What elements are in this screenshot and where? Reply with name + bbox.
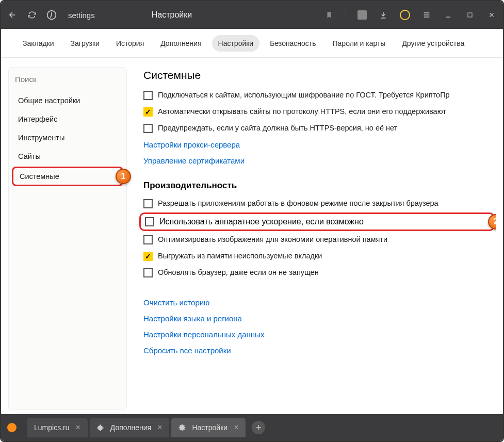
minimize-icon[interactable] [443, 10, 453, 20]
tab-settings[interactable]: Настройки × [171, 418, 246, 437]
sidebar-item-sites[interactable]: Сайты [9, 147, 126, 166]
settings-sidebar: Общие настройки Интерфейс Инструменты Са… [8, 67, 127, 410]
checkbox-label: Оптимизировать изображения для экономии … [158, 235, 387, 243]
nav-history[interactable]: История [110, 35, 150, 52]
link-personal-data[interactable]: Настройки персональных данных [143, 330, 491, 339]
maximize-icon[interactable] [465, 10, 475, 20]
checkbox-unload-tabs[interactable] [143, 252, 153, 261]
checkbox-background[interactable] [143, 199, 153, 208]
tab-close-icon[interactable]: × [234, 423, 238, 432]
sidebar-item-general[interactable]: Общие настройки [9, 91, 126, 110]
link-certs[interactable]: Управление сертификатами [143, 156, 491, 165]
checkbox-https-warn[interactable] [143, 124, 153, 133]
checkbox-label: Автоматически открывать сайты по протоко… [158, 107, 446, 116]
tab-title: Настройки [152, 10, 192, 20]
link-clear-history[interactable]: Очистить историю [143, 298, 491, 307]
nav-downloads[interactable]: Загрузки [64, 35, 106, 52]
search-input[interactable] [15, 75, 120, 84]
download-icon[interactable] [378, 10, 388, 20]
checkbox-update[interactable] [143, 268, 153, 277]
checkbox-label: Разрешать приложениям работать в фоновом… [158, 199, 438, 207]
link-proxy[interactable]: Настройки прокси-сервера [143, 140, 491, 149]
sidebar-item-label: Системные [20, 172, 59, 181]
new-tab-button[interactable]: + [252, 421, 265, 434]
close-icon[interactable] [486, 10, 497, 20]
section-title-system: Системные [143, 69, 491, 81]
yandex-ring-icon[interactable] [400, 10, 410, 20]
puzzle-icon [97, 424, 104, 431]
reload-icon[interactable] [27, 10, 37, 20]
gear-icon [178, 424, 186, 431]
settings-main: Системные Подключаться к сайтам, использ… [136, 67, 496, 410]
checkbox-https-auto[interactable] [143, 107, 153, 117]
tab-close-icon[interactable]: × [157, 423, 162, 432]
menu-icon[interactable] [421, 10, 432, 20]
highlighted-hw-accel: Использовать аппаратное ускорение, если … [139, 212, 495, 231]
back-icon[interactable] [7, 10, 18, 20]
avatar-icon[interactable] [357, 10, 367, 20]
checkbox-gost[interactable] [143, 91, 153, 100]
tab-lumpics[interactable]: Lumpics.ru × [27, 418, 88, 437]
titlebar: settings Настройки [1, 1, 503, 29]
checkbox-optimize-img[interactable] [143, 235, 153, 244]
settings-navbar: Закладки Загрузки История Дополнения Нас… [1, 29, 503, 58]
section-title-performance: Производительность [143, 181, 491, 191]
nav-security[interactable]: Безопасность [264, 35, 322, 52]
nav-bookmarks[interactable]: Закладки [17, 35, 60, 52]
home-icon[interactable] [7, 423, 17, 432]
tab-label: Настройки [192, 423, 227, 432]
nav-passwords[interactable]: Пароли и карты [327, 35, 392, 52]
sidebar-item-system[interactable]: Системные 1 [12, 167, 123, 186]
checkbox-label: Обновлять браузер, даже если он не запущ… [158, 268, 319, 276]
checkbox-label: Подключаться к сайтам, использующим шифр… [158, 91, 450, 99]
annotation-badge-2: 2 [488, 214, 496, 230]
sidebar-item-interface[interactable]: Интерфейс [9, 110, 126, 128]
checkbox-label: Использовать аппаратное ускорение, если … [159, 217, 364, 226]
tab-addons[interactable]: Дополнения × [90, 418, 170, 437]
separator [346, 10, 346, 20]
checkbox-label: Предупреждать, если у сайта должна быть … [158, 124, 397, 132]
nav-settings[interactable]: Настройки [212, 35, 260, 52]
link-reset[interactable]: Сбросить все настройки [143, 346, 491, 355]
tab-label: Lumpics.ru [34, 423, 69, 432]
nav-devices[interactable]: Другие устройства [396, 35, 470, 52]
bottom-tab-bar: Lumpics.ru × Дополнения × Настройки × + [1, 414, 503, 441]
svg-rect-1 [468, 13, 472, 17]
tab-label: Дополнения [110, 423, 151, 432]
yandex-logo-icon[interactable] [46, 10, 57, 20]
checkbox-hw-accel[interactable] [145, 217, 154, 226]
sidebar-item-tools[interactable]: Инструменты [9, 128, 126, 147]
address-text[interactable]: settings [68, 11, 95, 20]
nav-addons[interactable]: Дополнения [154, 35, 207, 52]
bookmark-icon[interactable] [324, 10, 334, 20]
annotation-badge-1: 1 [116, 169, 131, 184]
tab-close-icon[interactable]: × [75, 423, 80, 432]
link-language[interactable]: Настройки языка и региона [143, 314, 491, 323]
checkbox-label: Выгружать из памяти неиспользуемые вклад… [158, 252, 322, 260]
